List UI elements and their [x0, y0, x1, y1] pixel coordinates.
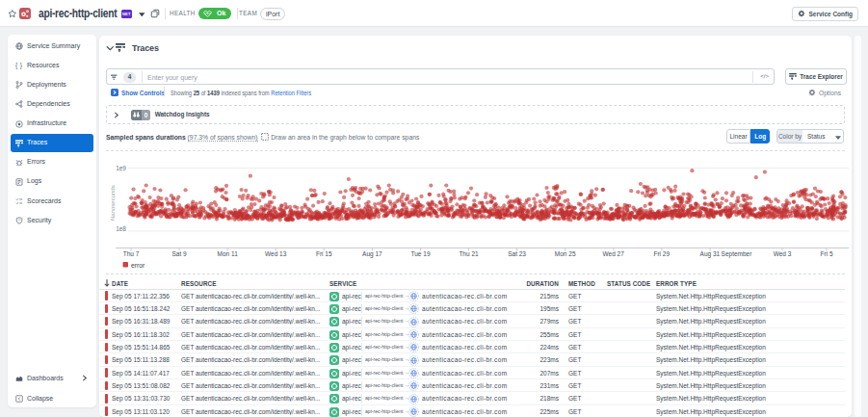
svg-text:September: September [722, 250, 753, 258]
svg-text:Aug 31: Aug 31 [700, 250, 721, 258]
svg-text:Sat 23: Sat 23 [508, 250, 526, 257]
svg-text:{: { [15, 62, 18, 69]
svg-text:Nanoseconds: Nanoseconds [110, 185, 116, 221]
svg-text:error: error [131, 262, 145, 269]
svg-text:Wed 27: Wed 27 [603, 250, 625, 257]
svg-text:}: } [19, 62, 22, 69]
svg-text:Mon 25: Mon 25 [555, 250, 576, 257]
svg-text:Sat 9: Sat 9 [172, 250, 188, 257]
svg-text:1e8: 1e8 [116, 225, 126, 232]
svg-text:Fri 15: Fri 15 [316, 250, 332, 257]
svg-text:1e9: 1e9 [116, 165, 126, 171]
svg-text:Aug 17: Aug 17 [362, 250, 382, 258]
svg-text:Fri 5: Fri 5 [821, 250, 833, 257]
svg-text:Fri 29: Fri 29 [653, 250, 670, 257]
svg-text:Thu 7: Thu 7 [123, 250, 140, 257]
svg-text:Mon 11: Mon 11 [218, 250, 239, 257]
svg-text:Wed 3: Wed 3 [774, 250, 792, 257]
svg-text:Tue 19: Tue 19 [411, 250, 431, 257]
svg-text:Thu 21: Thu 21 [459, 250, 479, 257]
svg-text:Wed 13: Wed 13 [265, 250, 287, 257]
